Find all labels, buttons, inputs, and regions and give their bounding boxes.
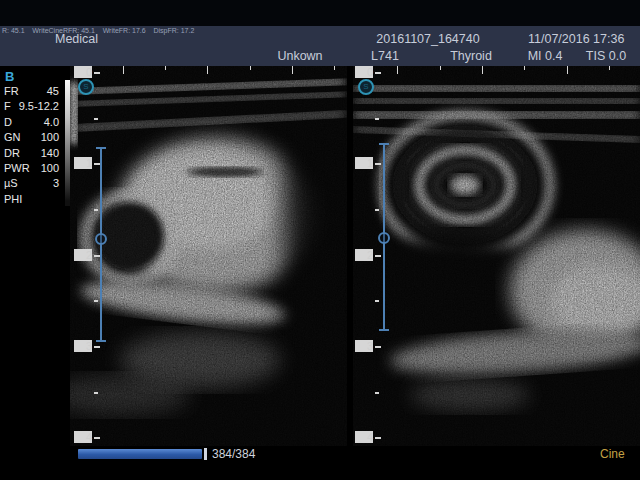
left-panel-anatomy <box>70 66 349 446</box>
orientation-marker-icon: S <box>358 79 374 95</box>
param-row-pwr: PWR100 <box>4 162 59 177</box>
param-row-fr: FR45 <box>4 85 59 100</box>
cine-progress-bar[interactable] <box>78 449 202 459</box>
right-panel-anatomy <box>352 66 640 446</box>
header-bar: R: 45.1 WriteCineRFR: 45.1 WriteFR: 17.6… <box>0 26 640 66</box>
param-row-dr: DR140 <box>4 147 59 162</box>
image-area: 0123401234 S S <box>70 66 640 446</box>
mi-label: MI 0.4 <box>528 49 563 63</box>
panel-divider <box>347 66 353 446</box>
depth-label: 1 <box>355 157 373 169</box>
depth-label: 4 <box>74 431 92 443</box>
datetime-label: 11/07/2016 17:36 <box>528 32 624 46</box>
parameter-list: FR45 F9.5-12.2 D4.0 GN100 DR140 PWR100 µ… <box>4 85 59 208</box>
depth-label: 0 <box>74 66 92 78</box>
param-row-gn: GN100 <box>4 131 59 146</box>
depth-label: 0 <box>355 66 373 78</box>
param-row-d: D4.0 <box>4 116 59 131</box>
control-panel: B FR45 F9.5-12.2 D4.0 GN100 DR140 PWR100… <box>0 66 70 446</box>
preset-label: Thyroid <box>450 49 492 63</box>
orientation-marker-icon: S <box>78 79 94 95</box>
param-row-phi: PHI <box>4 193 59 208</box>
depth-label: 4 <box>355 431 373 443</box>
depth-label: 1 <box>74 157 92 169</box>
mode-indicator: B <box>5 69 14 84</box>
frame-counter: 384/384 <box>212 447 255 461</box>
depth-label: 3 <box>74 340 92 352</box>
study-id-label: 20161107_164740 <box>376 32 479 46</box>
patient-name-label: Unkown <box>277 49 322 63</box>
cine-status-label: Cine <box>600 447 625 461</box>
depth-label: 3 <box>355 340 373 352</box>
footer-bar: 384/384 Cine <box>0 446 640 480</box>
top-black-strip <box>0 0 640 26</box>
probe-label: L741 <box>371 49 399 63</box>
ultrasound-screen: R: 45.1 WriteCineRFR: 45.1 WriteFR: 17.6… <box>0 0 640 480</box>
tis-label: TIS 0.0 <box>586 49 626 63</box>
depth-label: 2 <box>355 249 373 261</box>
param-row-us: µS3 <box>4 177 59 192</box>
frame-rate-debug-text: R: 45.1 WriteCineRFR: 45.1 WriteFR: 17.6… <box>2 27 194 34</box>
depth-label: 2 <box>74 249 92 261</box>
cine-progress-endcap <box>204 448 207 460</box>
param-row-f: F9.5-12.2 <box>4 100 59 115</box>
facility-label: Medical <box>55 32 98 46</box>
